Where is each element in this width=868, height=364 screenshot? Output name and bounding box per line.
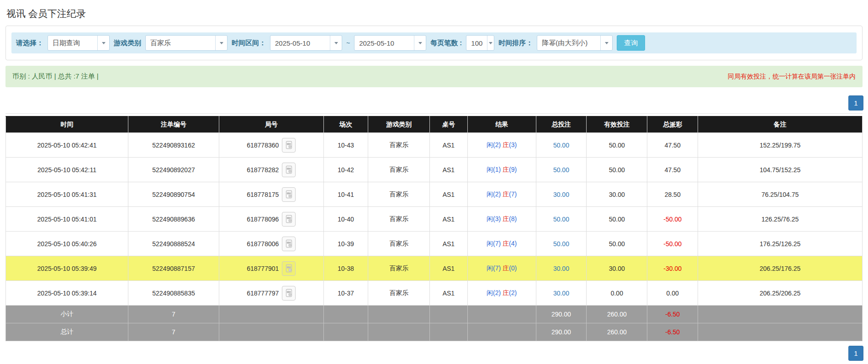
currency-total-text: 币别 : 人民币 | 总共 :7 注单 | [12, 72, 99, 81]
table-row: 2025-05-10 05:42:11 522490892027 6187782… [6, 158, 863, 182]
query-type-select[interactable]: 日期查询 [48, 35, 110, 51]
date-from-select[interactable]: 2025-05-10 [270, 35, 342, 51]
chevron-down-icon[interactable] [414, 36, 426, 50]
table-body: 2025-05-10 05:42:41 522490893162 6187783… [6, 133, 863, 341]
chevron-down-icon[interactable] [97, 36, 109, 50]
total-bet-link[interactable]: 50.00 [553, 240, 569, 248]
session-cell: 10-40 [323, 207, 368, 232]
summary-row: 总计 7 290.00 260.00 -6.50 [6, 323, 863, 341]
range-tilde: ~ [346, 39, 350, 47]
video-record-icon [285, 141, 293, 149]
payout-cell: 0.00 [647, 281, 698, 306]
column-header: 桌号 [430, 116, 468, 133]
game-type-cell: 百家乐 [368, 281, 430, 306]
page-1-button[interactable]: 1 [848, 95, 863, 111]
per-page-select[interactable]: 100 [466, 35, 494, 51]
session-cell: 10-39 [323, 232, 368, 256]
time-cell: 2025-05-10 05:41:31 [6, 182, 128, 207]
result-player: 闲(3) [487, 215, 501, 222]
session-cell: 10-37 [323, 281, 368, 306]
table-number-cell: AS1 [430, 182, 468, 207]
time-cell: 2025-05-10 05:40:26 [6, 232, 128, 256]
game-type-cell: 百家乐 [368, 133, 430, 158]
query-button[interactable]: 查询 [617, 35, 645, 51]
video-playback-button[interactable] [282, 163, 296, 177]
valid-bet-cell: 50.00 [587, 158, 647, 182]
total-bet-link[interactable]: 50.00 [553, 216, 569, 223]
bet-id-cell: 522490892027 [128, 158, 219, 182]
date-to-select[interactable]: 2025-05-10 [354, 35, 426, 51]
result-banker-score: (3) [509, 141, 517, 148]
valid-bet-cell: 30.00 [587, 182, 647, 207]
game-type-cell: 百家乐 [368, 207, 430, 232]
column-header: 总派彩 [647, 116, 698, 133]
pagination-bottom: 1 [5, 346, 863, 361]
result-banker: 庄 [503, 215, 509, 222]
video-playback-button[interactable] [282, 261, 296, 276]
total-bet-link[interactable]: 30.00 [553, 290, 569, 297]
total-bet-link[interactable]: 30.00 [553, 191, 569, 198]
payout-cell: -50.00 [647, 207, 698, 232]
payout-cell: 47.50 [647, 158, 698, 182]
summary-label: 总计 [6, 323, 128, 341]
table-row: 2025-05-10 05:41:01 522490889636 6187780… [6, 207, 863, 232]
result-cell: 闲(7) 庄(4) [467, 232, 536, 256]
result-player: 闲(2) [487, 289, 501, 296]
total-bet-cell: 50.00 [536, 158, 587, 182]
remark-cell: 152.25/199.75 [698, 133, 863, 158]
filter-panel: 请选择： 日期查询 游戏类别 百家乐 时间区间： 2025-05-10 ~ 20… [5, 26, 863, 60]
result-player: 闲(7) [487, 240, 501, 247]
bet-id-cell: 522490885835 [128, 281, 219, 306]
time-sort-select[interactable]: 降幂(由大到小) [537, 35, 613, 51]
result-player: 闲(7) [487, 264, 501, 272]
time-cell: 2025-05-10 05:41:01 [6, 207, 128, 232]
video-record-icon [285, 239, 293, 248]
page-1-button[interactable]: 1 [848, 346, 863, 361]
game-type-select[interactable]: 百家乐 [145, 35, 228, 51]
total-bet-cell: 50.00 [536, 207, 587, 232]
total-bet-link[interactable]: 50.00 [553, 166, 569, 174]
column-header: 局号 [219, 116, 323, 133]
round-number: 618778006 [247, 240, 279, 248]
video-playback-button[interactable] [282, 212, 296, 227]
time-cell: 2025-05-10 05:39:14 [6, 281, 128, 306]
round-cell: 618778096 [219, 207, 323, 232]
summary-valid-bet: 260.00 [587, 306, 647, 323]
game-type-value: 百家乐 [146, 36, 215, 50]
total-bet-link[interactable]: 50.00 [553, 142, 569, 149]
total-bet-link[interactable]: 30.00 [553, 265, 569, 272]
bet-id-cell: 522490888524 [128, 232, 219, 256]
valid-bet-notice-text: 同局有效投注，统一计算在该局第一张注单内 [728, 73, 856, 81]
bet-records-table: 时间注单编号局号场次游戏类别桌号结果总投注有效投注总派彩备注 2025-05-1… [5, 116, 863, 341]
table-header-row: 时间注单编号局号场次游戏类别桌号结果总投注有效投注总派彩备注 [6, 116, 863, 133]
summary-total-bet: 290.00 [536, 306, 587, 323]
remark-cell: 176.25/126.25 [698, 232, 863, 256]
chevron-down-icon[interactable] [487, 36, 494, 50]
filter-bar: 请选择： 日期查询 游戏类别 百家乐 时间区间： 2025-05-10 ~ 20… [11, 32, 857, 53]
video-playback-button[interactable] [282, 286, 296, 301]
table-row: 2025-05-10 05:40:26 522490888524 6187780… [6, 232, 863, 256]
video-playback-button[interactable] [282, 138, 296, 153]
chevron-down-icon[interactable] [600, 36, 612, 50]
table-row: 2025-05-10 05:39:14 522490885835 6187777… [6, 281, 863, 306]
game-type-cell: 百家乐 [368, 256, 430, 281]
summary-valid-bet: 260.00 [587, 323, 647, 341]
video-playback-button[interactable] [282, 187, 296, 202]
table-number-cell: AS1 [430, 281, 468, 306]
result-banker: 庄 [503, 141, 509, 148]
result-banker-score: (9) [509, 166, 517, 173]
table-number-cell: AS1 [430, 158, 468, 182]
column-header: 时间 [6, 116, 128, 133]
result-banker-score: (0) [509, 264, 517, 272]
result-cell: 闲(7) 庄(0) [467, 256, 536, 281]
summary-total-bet: 290.00 [536, 323, 587, 341]
result-player: 闲(1) [487, 166, 501, 173]
valid-bet-cell: 50.00 [587, 232, 647, 256]
chevron-down-icon[interactable] [215, 36, 227, 50]
round-cell: 618778006 [219, 232, 323, 256]
valid-bet-cell: 30.00 [587, 256, 647, 281]
video-playback-button[interactable] [282, 237, 296, 251]
round-cell: 618777797 [219, 281, 323, 306]
video-record-icon [285, 190, 293, 199]
chevron-down-icon[interactable] [330, 36, 342, 50]
